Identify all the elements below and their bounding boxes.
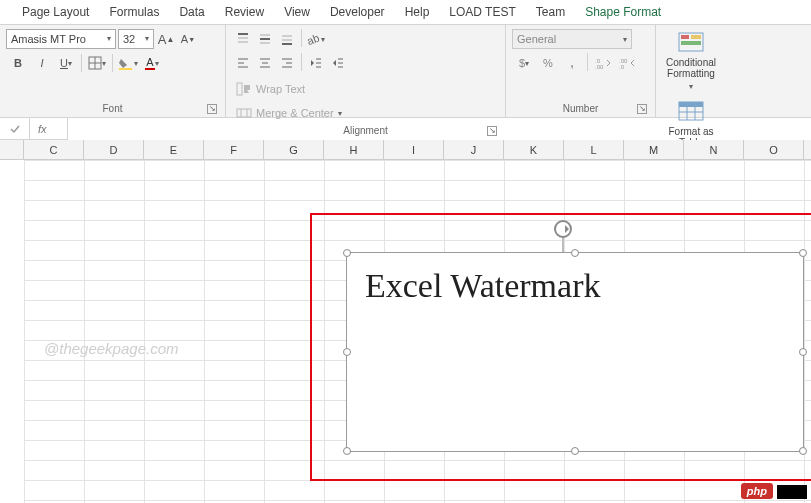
decrease-indent-button[interactable] bbox=[305, 53, 327, 73]
currency-button[interactable]: $▾ bbox=[512, 53, 536, 73]
dialog-launcher-icon[interactable]: ↘ bbox=[487, 126, 497, 136]
wrap-text-button[interactable]: Wrap Text bbox=[232, 79, 499, 99]
col-header[interactable]: N bbox=[684, 140, 744, 159]
resize-handle-ne[interactable] bbox=[799, 249, 807, 257]
resize-handle-s[interactable] bbox=[571, 447, 579, 455]
conditional-formatting-button[interactable]: Conditional Formatting ▾ bbox=[662, 29, 720, 92]
fx-label[interactable]: fx bbox=[30, 118, 68, 140]
col-header[interactable]: I bbox=[384, 140, 444, 159]
tab-page-layout[interactable]: Page Layout bbox=[12, 0, 99, 24]
text-box-shape[interactable]: Excel Watermark bbox=[346, 252, 804, 452]
increase-indent-button[interactable] bbox=[327, 53, 349, 73]
group-alignment-label: Alignment ↘ bbox=[232, 123, 499, 139]
col-header[interactable]: O bbox=[744, 140, 804, 159]
italic-button[interactable]: I bbox=[30, 53, 54, 73]
name-box[interactable] bbox=[0, 118, 30, 140]
tab-load-test[interactable]: LOAD TEST bbox=[439, 0, 525, 24]
align-middle-button[interactable] bbox=[254, 29, 276, 49]
increase-decimal-button[interactable]: .0.00 bbox=[591, 53, 615, 73]
svg-rect-29 bbox=[237, 83, 242, 95]
resize-handle-nw[interactable] bbox=[343, 249, 351, 257]
tab-review[interactable]: Review bbox=[215, 0, 274, 24]
font-color-button[interactable]: A ▾ bbox=[140, 53, 164, 73]
tab-view[interactable]: View bbox=[274, 0, 320, 24]
check-icon bbox=[9, 123, 21, 135]
merge-center-button[interactable]: Merge & Center ▾ bbox=[232, 103, 499, 123]
merge-label: Merge & Center bbox=[256, 107, 334, 119]
col-header[interactable]: C bbox=[24, 140, 84, 159]
svg-rect-39 bbox=[691, 35, 701, 39]
group-number: General ▾ $▾ % , .0.00 .00.0 Number ↘ bbox=[506, 25, 656, 117]
merge-icon bbox=[236, 106, 252, 120]
underline-label: U bbox=[60, 57, 68, 69]
font-size-combo[interactable]: 32 ▾ bbox=[118, 29, 154, 49]
separator bbox=[81, 54, 82, 72]
alignment-group-text: Alignment bbox=[343, 125, 387, 136]
ribbon: Amasis MT Pro ▾ 32 ▾ A▲ A▼ B I U▾ ▾ bbox=[0, 24, 811, 118]
group-alignment: ab▾ Wrap Text Merge & Ce bbox=[226, 25, 506, 117]
font-name-combo[interactable]: Amasis MT Pro ▾ bbox=[6, 29, 116, 49]
align-top-button[interactable] bbox=[232, 29, 254, 49]
dialog-launcher-icon[interactable]: ↘ bbox=[637, 104, 647, 114]
resize-handle-sw[interactable] bbox=[343, 447, 351, 455]
separator bbox=[587, 53, 588, 71]
fill-color-button[interactable]: ▾ bbox=[116, 53, 140, 73]
col-header[interactable]: J bbox=[444, 140, 504, 159]
worksheet-grid[interactable]: C D E F G H I J K L M N O @thegeekpage.c… bbox=[0, 140, 811, 503]
rotate-handle-stem bbox=[562, 238, 564, 252]
orientation-button[interactable]: ab▾ bbox=[305, 29, 327, 49]
col-header[interactable]: F bbox=[204, 140, 264, 159]
group-font-label: Font ↘ bbox=[6, 101, 219, 117]
tab-developer[interactable]: Developer bbox=[320, 0, 395, 24]
tab-shape-format[interactable]: Shape Format bbox=[575, 0, 671, 24]
col-header[interactable]: G bbox=[264, 140, 324, 159]
chevron-down-icon: ▾ bbox=[338, 109, 342, 118]
grow-font-button[interactable]: A▲ bbox=[156, 29, 176, 49]
resize-handle-n[interactable] bbox=[571, 249, 579, 257]
col-header[interactable]: E bbox=[144, 140, 204, 159]
font-size-value: 32 bbox=[123, 30, 135, 48]
tab-formulas[interactable]: Formulas bbox=[99, 0, 169, 24]
tab-data[interactable]: Data bbox=[169, 0, 214, 24]
col-header[interactable]: K bbox=[504, 140, 564, 159]
chevron-down-icon: ▾ bbox=[102, 59, 106, 68]
comma-button[interactable]: , bbox=[560, 53, 584, 73]
bucket-icon bbox=[118, 56, 134, 70]
svg-rect-42 bbox=[679, 102, 703, 107]
wrap-text-icon bbox=[236, 82, 252, 96]
column-headers: C D E F G H I J K L M N O bbox=[0, 140, 811, 160]
decrease-decimal-button[interactable]: .00.0 bbox=[615, 53, 639, 73]
align-right-button[interactable] bbox=[276, 53, 298, 73]
resize-handle-w[interactable] bbox=[343, 348, 351, 356]
col-header[interactable]: D bbox=[84, 140, 144, 159]
align-center-button[interactable] bbox=[254, 53, 276, 73]
percent-button[interactable]: % bbox=[536, 53, 560, 73]
svg-text:.00: .00 bbox=[595, 64, 604, 69]
bold-button[interactable]: B bbox=[6, 53, 30, 73]
col-header[interactable]: H bbox=[324, 140, 384, 159]
col-header[interactable]: M bbox=[624, 140, 684, 159]
php-badge: php bbox=[741, 483, 773, 499]
font-group-text: Font bbox=[102, 103, 122, 114]
tab-help[interactable]: Help bbox=[395, 0, 440, 24]
resize-handle-e[interactable] bbox=[799, 348, 807, 356]
number-format-combo[interactable]: General ▾ bbox=[512, 29, 632, 49]
tab-team[interactable]: Team bbox=[526, 0, 575, 24]
rotate-handle-icon[interactable] bbox=[554, 220, 572, 238]
ribbon-tabs: Page Layout Formulas Data Review View De… bbox=[0, 0, 811, 24]
resize-handle-se[interactable] bbox=[799, 447, 807, 455]
shrink-font-button[interactable]: A▼ bbox=[178, 29, 198, 49]
borders-button[interactable]: ▾ bbox=[85, 53, 109, 73]
select-all-corner[interactable] bbox=[0, 140, 24, 159]
decrease-decimal-icon: .00.0 bbox=[619, 57, 635, 69]
svg-rect-30 bbox=[237, 109, 251, 117]
align-bottom-button[interactable] bbox=[276, 29, 298, 49]
svg-rect-40 bbox=[681, 41, 701, 45]
underline-button[interactable]: U▾ bbox=[54, 53, 78, 73]
dialog-launcher-icon[interactable]: ↘ bbox=[207, 104, 217, 114]
col-header[interactable]: L bbox=[564, 140, 624, 159]
align-left-button[interactable] bbox=[232, 53, 254, 73]
text-box-content[interactable]: Excel Watermark bbox=[347, 253, 803, 305]
svg-text:ab: ab bbox=[307, 32, 321, 46]
conditional-formatting-label: Conditional Formatting bbox=[662, 57, 720, 79]
